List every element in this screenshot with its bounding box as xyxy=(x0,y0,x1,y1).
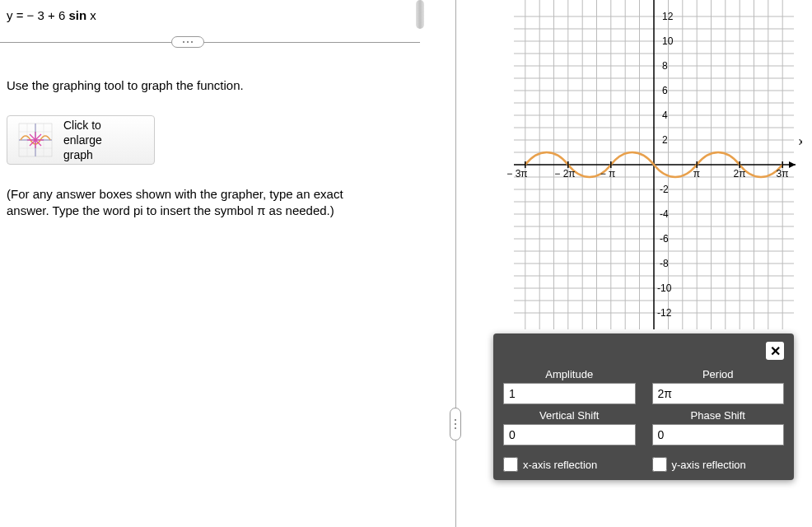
svg-text:4: 4 xyxy=(662,110,668,121)
y-reflection-label: y-axis reflection xyxy=(672,459,746,471)
phase-shift-input[interactable] xyxy=(652,424,785,445)
svg-text:-10: -10 xyxy=(657,282,672,294)
instruction-text: Use the graphing tool to graph the funct… xyxy=(7,78,244,92)
svg-text:-2: -2 xyxy=(660,184,669,195)
svg-text:10: 10 xyxy=(662,35,674,47)
equation-text: y = − 3 + 6 sin x xyxy=(7,7,442,24)
svg-text:π: π xyxy=(693,168,700,180)
equation-content: y = − 3 + 6 sin x xyxy=(7,8,96,22)
x-reflection-label: x-axis reflection xyxy=(523,459,597,471)
close-icon[interactable]: ✕ xyxy=(766,342,784,360)
svg-text:-4: -4 xyxy=(660,208,669,220)
y-reflection-checkbox[interactable] xyxy=(652,457,667,472)
note-text: (For any answer boxes shown with the gra… xyxy=(7,186,373,218)
amplitude-label: Amplitude xyxy=(503,368,636,380)
svg-text:− 2π: − 2π xyxy=(554,168,575,180)
divider-handle-horizontal[interactable] xyxy=(171,36,204,48)
svg-text:8: 8 xyxy=(662,60,668,72)
svg-text:3π: 3π xyxy=(777,168,789,180)
enlarge-line1: Click to xyxy=(63,118,102,133)
svg-text:12: 12 xyxy=(662,11,674,22)
svg-text:2: 2 xyxy=(662,134,668,146)
svg-text:-6: -6 xyxy=(660,233,669,245)
scrollbar-thumb[interactable] xyxy=(416,0,424,29)
amplitude-input[interactable] xyxy=(503,383,636,404)
svg-text:2π: 2π xyxy=(734,168,746,180)
enlarge-graph-button[interactable]: Click to enlarge graph xyxy=(7,115,155,165)
svg-text:− π: − π xyxy=(600,168,616,180)
enlarge-line3: graph xyxy=(63,147,102,162)
vertical-shift-label: Vertical Shift xyxy=(503,409,636,422)
enlarge-line2: enlarge xyxy=(63,133,102,147)
enlarge-button-label: Click to enlarge graph xyxy=(63,118,102,163)
phase-shift-label: Phase Shift xyxy=(652,409,785,422)
x-reflection-checkbox[interactable] xyxy=(503,457,518,472)
vertical-shift-input[interactable] xyxy=(503,424,636,445)
svg-text:6: 6 xyxy=(662,85,668,96)
x-axis-label: x xyxy=(799,136,802,147)
svg-text:-8: -8 xyxy=(660,258,669,269)
svg-text:− 3π: − 3π xyxy=(506,168,527,180)
svg-text:-12: -12 xyxy=(657,307,672,319)
svg-marker-56 xyxy=(789,161,796,168)
parameters-panel: ✕ Amplitude Period Vertical Shift Phase … xyxy=(493,333,794,480)
graph-canvas[interactable]: x − 3π − 2π − π π 2π 3π 12 10 8 6 4 2 -2… xyxy=(506,0,802,329)
enlarge-graph-icon xyxy=(16,120,55,160)
horizontal-divider xyxy=(0,42,420,43)
period-label: Period xyxy=(652,368,785,380)
period-input[interactable] xyxy=(652,383,785,404)
